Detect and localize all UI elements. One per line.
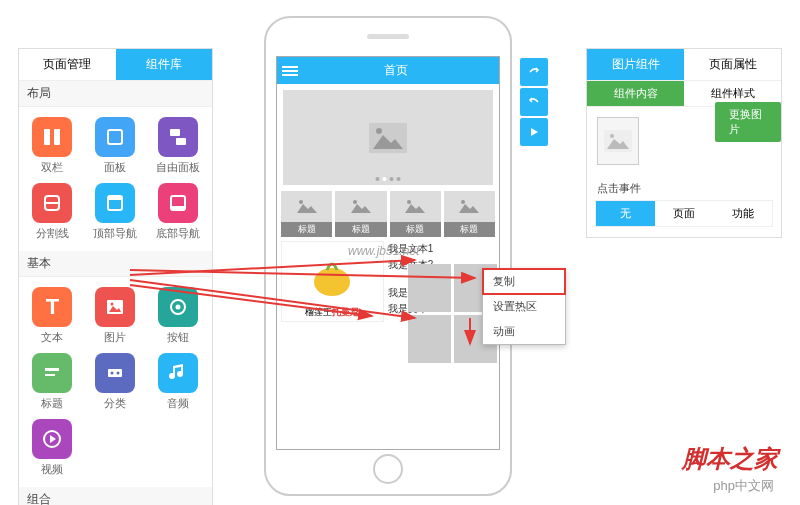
context-menu: 复制 设置热区 动画 [482, 268, 566, 345]
svg-point-19 [111, 372, 114, 375]
share-icon[interactable] [520, 58, 548, 86]
event-none[interactable]: 无 [596, 201, 655, 226]
thumbnail-row: 标题 标题 标题 标题 [277, 191, 499, 237]
svg-marker-26 [297, 204, 317, 213]
svg-point-31 [407, 200, 411, 204]
play-icon[interactable] [520, 118, 548, 146]
svg-rect-18 [108, 369, 122, 377]
comp-video[interactable]: 视频 [21, 415, 84, 481]
event-tabs: 无 页面 功能 [595, 200, 773, 227]
comp-two-column[interactable]: 双栏 [21, 113, 84, 179]
svg-point-38 [610, 134, 614, 138]
left-panel: 页面管理 组件库 布局 双栏 面板 自由面板 分割线 顶部导航 底部导航 基本 … [18, 48, 213, 505]
ctx-animation[interactable]: 动画 [483, 319, 565, 344]
comp-free-panel[interactable]: 自由面板 [147, 113, 210, 179]
hamburger-icon[interactable] [282, 66, 298, 76]
svg-rect-0 [44, 129, 50, 145]
ctx-copy[interactable]: 复制 [483, 269, 565, 294]
svg-rect-4 [176, 138, 186, 145]
section-combo-header: 组合 [19, 487, 212, 505]
comp-button[interactable]: 按钮 [147, 283, 210, 349]
change-image-button[interactable]: 更换图片 [715, 102, 781, 142]
svg-marker-35 [531, 128, 538, 136]
section-basic-header: 基本 [19, 251, 212, 277]
subtab-content[interactable]: 组件内容 [587, 81, 684, 106]
comp-title[interactable]: 标题 [21, 349, 84, 415]
comp-divider[interactable]: 分割线 [21, 179, 84, 245]
comp-image[interactable]: 图片 [84, 283, 147, 349]
svg-rect-2 [108, 130, 122, 144]
image-placeholder-icon [369, 123, 407, 153]
tab-page-manage[interactable]: 页面管理 [19, 49, 116, 80]
svg-point-13 [111, 303, 114, 306]
comp-text[interactable]: T文本 [21, 283, 84, 349]
svg-rect-1 [54, 129, 60, 145]
carousel-dots [376, 177, 401, 181]
thumb-2[interactable]: 标题 [335, 191, 386, 237]
product-image [284, 244, 381, 306]
tab-component-lib[interactable]: 组件库 [116, 49, 213, 80]
comp-audio[interactable]: 音频 [147, 349, 210, 415]
svg-point-33 [461, 200, 465, 204]
svg-rect-3 [170, 129, 180, 136]
comp-category[interactable]: 分类 [84, 349, 147, 415]
svg-rect-16 [45, 368, 59, 371]
thumb-1[interactable]: 标题 [281, 191, 332, 237]
text-1[interactable]: 我是文本1 [388, 241, 495, 257]
phone-preview: 首页 标题 标题 标题 标题 榴莲王托曼尼 我是文本1 我是文本2 我是文本3 [264, 16, 512, 496]
event-page[interactable]: 页面 [655, 201, 714, 226]
svg-rect-8 [108, 196, 122, 200]
image-preview [597, 117, 639, 165]
svg-point-20 [117, 372, 120, 375]
product-card[interactable]: 榴莲王托曼尼 [281, 241, 384, 322]
left-tabs: 页面管理 组件库 [19, 49, 212, 81]
tab-page-props[interactable]: 页面属性 [684, 49, 781, 80]
ctx-hotspot[interactable]: 设置热区 [483, 294, 565, 319]
phone-screen: 首页 标题 标题 标题 标题 榴莲王托曼尼 我是文本1 我是文本2 我是文本3 [276, 56, 500, 450]
app-titlebar: 首页 [277, 57, 499, 84]
undo-icon[interactable] [520, 88, 548, 116]
svg-point-34 [314, 268, 350, 296]
grid-cell-3[interactable] [408, 315, 451, 363]
section-layout-header: 布局 [19, 81, 212, 107]
grid-cell-1[interactable] [408, 264, 451, 312]
comp-top-nav[interactable]: 顶部导航 [84, 179, 147, 245]
comp-bottom-nav[interactable]: 底部导航 [147, 179, 210, 245]
svg-point-27 [299, 200, 303, 204]
comp-panel[interactable]: 面板 [84, 113, 147, 179]
tab-image-component[interactable]: 图片组件 [587, 49, 684, 80]
page-title: 首页 [298, 62, 494, 79]
svg-marker-22 [50, 435, 56, 443]
product-name: 榴莲王托曼尼 [284, 306, 381, 319]
right-tabs: 图片组件 页面属性 [587, 49, 781, 81]
click-event-label: 点击事件 [587, 175, 781, 200]
svg-marker-30 [405, 204, 425, 213]
svg-marker-32 [459, 204, 479, 213]
svg-point-25 [376, 128, 382, 134]
hero-image[interactable] [283, 90, 493, 185]
right-panel: 图片组件 页面属性 组件内容 组件样式 更换图片 点击事件 无 页面 功能 [586, 48, 782, 238]
svg-rect-10 [171, 206, 185, 210]
branding-site-1: 脚本之家 [682, 443, 778, 475]
layout-grid: 双栏 面板 自由面板 分割线 顶部导航 底部导航 [19, 107, 212, 251]
svg-point-15 [176, 305, 181, 310]
event-function[interactable]: 功能 [713, 201, 772, 226]
thumb-3[interactable]: 标题 [390, 191, 441, 237]
canvas-action-buttons [520, 58, 548, 146]
svg-marker-28 [351, 204, 371, 213]
svg-rect-17 [45, 374, 55, 376]
branding-site-2: php中文网 [713, 477, 774, 495]
basic-grid: T文本 图片 按钮 标题 分类 音频 视频 [19, 277, 212, 487]
svg-point-29 [353, 200, 357, 204]
thumb-4[interactable]: 标题 [444, 191, 495, 237]
